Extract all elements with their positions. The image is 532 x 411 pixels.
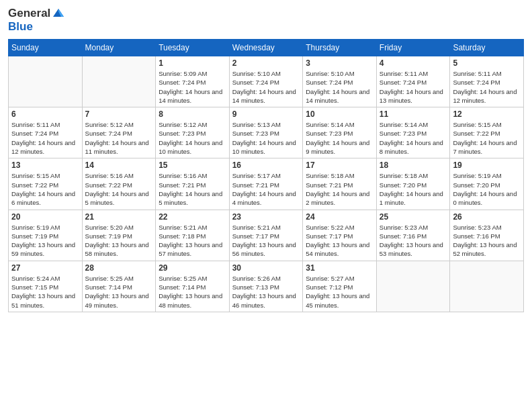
day-info: Sunrise: 5:21 AM Sunset: 7:18 PM Dayligh… <box>159 223 226 259</box>
day-cell: 15Sunrise: 5:16 AM Sunset: 7:21 PM Dayli… <box>156 158 230 210</box>
logo-icon <box>52 6 65 19</box>
day-cell: 22Sunrise: 5:21 AM Sunset: 7:18 PM Dayli… <box>156 210 230 261</box>
day-info: Sunrise: 5:22 AM Sunset: 7:17 PM Dayligh… <box>306 223 373 259</box>
day-info: Sunrise: 5:16 AM Sunset: 7:21 PM Dayligh… <box>159 171 226 207</box>
day-info: Sunrise: 5:12 AM Sunset: 7:24 PM Dayligh… <box>85 120 153 156</box>
week-row-3: 13Sunrise: 5:15 AM Sunset: 7:22 PM Dayli… <box>9 158 524 210</box>
day-number: 14 <box>85 161 153 170</box>
day-info: Sunrise: 5:18 AM Sunset: 7:21 PM Dayligh… <box>306 171 373 207</box>
day-cell: 10Sunrise: 5:14 AM Sunset: 7:23 PM Dayli… <box>303 107 377 158</box>
day-number: 6 <box>11 109 79 119</box>
day-info: Sunrise: 5:11 AM Sunset: 7:24 PM Dayligh… <box>11 120 79 156</box>
day-number: 12 <box>453 109 521 119</box>
day-number: 15 <box>159 161 226 170</box>
weekday-header-friday: Friday <box>376 40 450 56</box>
weekday-header-wednesday: Wednesday <box>229 40 303 56</box>
day-cell: 4Sunrise: 5:11 AM Sunset: 7:24 PM Daylig… <box>376 56 450 107</box>
day-info: Sunrise: 5:17 AM Sunset: 7:21 PM Dayligh… <box>232 171 300 207</box>
day-info: Sunrise: 5:23 AM Sunset: 7:16 PM Dayligh… <box>380 223 447 259</box>
day-info: Sunrise: 5:09 AM Sunset: 7:24 PM Dayligh… <box>159 69 226 105</box>
day-info: Sunrise: 5:15 AM Sunset: 7:22 PM Dayligh… <box>11 171 79 207</box>
day-number: 26 <box>453 212 521 222</box>
day-cell <box>376 261 450 312</box>
weekday-header-thursday: Thursday <box>303 40 377 56</box>
day-cell: 25Sunrise: 5:23 AM Sunset: 7:16 PM Dayli… <box>376 210 450 261</box>
day-cell: 17Sunrise: 5:18 AM Sunset: 7:21 PM Dayli… <box>303 158 377 210</box>
day-cell: 16Sunrise: 5:17 AM Sunset: 7:21 PM Dayli… <box>229 158 303 210</box>
day-number: 29 <box>159 263 226 273</box>
day-number: 5 <box>453 58 521 68</box>
day-number: 31 <box>306 263 373 273</box>
logo-blue-text: Blue <box>8 20 33 33</box>
day-number: 20 <box>11 212 79 222</box>
day-number: 4 <box>380 58 447 68</box>
day-cell <box>82 56 156 107</box>
day-cell: 21Sunrise: 5:20 AM Sunset: 7:19 PM Dayli… <box>82 210 156 261</box>
day-cell: 12Sunrise: 5:15 AM Sunset: 7:22 PM Dayli… <box>450 107 524 158</box>
day-info: Sunrise: 5:21 AM Sunset: 7:17 PM Dayligh… <box>232 223 300 259</box>
day-info: Sunrise: 5:16 AM Sunset: 7:22 PM Dayligh… <box>85 171 153 207</box>
day-cell: 13Sunrise: 5:15 AM Sunset: 7:22 PM Dayli… <box>9 158 83 210</box>
weekday-header-tuesday: Tuesday <box>156 40 230 56</box>
day-info: Sunrise: 5:25 AM Sunset: 7:14 PM Dayligh… <box>85 274 153 310</box>
day-cell: 18Sunrise: 5:18 AM Sunset: 7:20 PM Dayli… <box>376 158 450 210</box>
day-number: 1 <box>159 58 226 68</box>
day-cell <box>9 56 83 107</box>
week-row-5: 27Sunrise: 5:24 AM Sunset: 7:15 PM Dayli… <box>9 261 524 312</box>
header: General Blue <box>8 7 524 34</box>
day-info: Sunrise: 5:19 AM Sunset: 7:20 PM Dayligh… <box>453 171 521 207</box>
day-info: Sunrise: 5:27 AM Sunset: 7:12 PM Dayligh… <box>306 274 373 310</box>
day-cell: 31Sunrise: 5:27 AM Sunset: 7:12 PM Dayli… <box>303 261 377 312</box>
day-cell: 20Sunrise: 5:19 AM Sunset: 7:19 PM Dayli… <box>9 210 83 261</box>
logo-general-text: General <box>8 7 50 20</box>
calendar-container: General Blue SundayMondayTuesdayWednesda… <box>0 0 532 411</box>
day-cell: 6Sunrise: 5:11 AM Sunset: 7:24 PM Daylig… <box>9 107 83 158</box>
day-cell: 29Sunrise: 5:25 AM Sunset: 7:14 PM Dayli… <box>156 261 230 312</box>
day-info: Sunrise: 5:14 AM Sunset: 7:23 PM Dayligh… <box>306 120 373 156</box>
day-number: 8 <box>159 109 226 119</box>
day-number: 2 <box>232 58 300 68</box>
week-row-1: 1Sunrise: 5:09 AM Sunset: 7:24 PM Daylig… <box>9 56 524 107</box>
weekday-header-saturday: Saturday <box>450 40 524 56</box>
day-info: Sunrise: 5:14 AM Sunset: 7:23 PM Dayligh… <box>380 120 447 156</box>
day-cell: 26Sunrise: 5:23 AM Sunset: 7:16 PM Dayli… <box>450 210 524 261</box>
day-info: Sunrise: 5:19 AM Sunset: 7:19 PM Dayligh… <box>11 223 79 259</box>
day-cell: 2Sunrise: 5:10 AM Sunset: 7:24 PM Daylig… <box>229 56 303 107</box>
day-cell: 23Sunrise: 5:21 AM Sunset: 7:17 PM Dayli… <box>229 210 303 261</box>
day-number: 25 <box>380 212 447 222</box>
day-info: Sunrise: 5:26 AM Sunset: 7:13 PM Dayligh… <box>232 274 300 310</box>
day-cell: 30Sunrise: 5:26 AM Sunset: 7:13 PM Dayli… <box>229 261 303 312</box>
week-row-4: 20Sunrise: 5:19 AM Sunset: 7:19 PM Dayli… <box>9 210 524 261</box>
day-info: Sunrise: 5:11 AM Sunset: 7:24 PM Dayligh… <box>453 69 521 105</box>
day-info: Sunrise: 5:11 AM Sunset: 7:24 PM Dayligh… <box>380 69 447 105</box>
day-cell: 24Sunrise: 5:22 AM Sunset: 7:17 PM Dayli… <box>303 210 377 261</box>
weekday-header-sunday: Sunday <box>9 40 83 56</box>
day-cell: 7Sunrise: 5:12 AM Sunset: 7:24 PM Daylig… <box>82 107 156 158</box>
day-number: 27 <box>11 263 79 273</box>
day-number: 9 <box>232 109 300 119</box>
weekday-header-monday: Monday <box>82 40 156 56</box>
day-cell <box>450 261 524 312</box>
day-cell: 19Sunrise: 5:19 AM Sunset: 7:20 PM Dayli… <box>450 158 524 210</box>
day-number: 7 <box>85 109 153 119</box>
week-row-2: 6Sunrise: 5:11 AM Sunset: 7:24 PM Daylig… <box>9 107 524 158</box>
calendar-table: SundayMondayTuesdayWednesdayThursdayFrid… <box>8 39 524 312</box>
day-number: 17 <box>306 161 373 170</box>
day-info: Sunrise: 5:24 AM Sunset: 7:15 PM Dayligh… <box>11 274 79 310</box>
day-number: 24 <box>306 212 373 222</box>
day-number: 22 <box>159 212 226 222</box>
day-info: Sunrise: 5:13 AM Sunset: 7:23 PM Dayligh… <box>232 120 300 156</box>
day-cell: 14Sunrise: 5:16 AM Sunset: 7:22 PM Dayli… <box>82 158 156 210</box>
day-cell: 3Sunrise: 5:10 AM Sunset: 7:24 PM Daylig… <box>303 56 377 107</box>
day-number: 21 <box>85 212 153 222</box>
day-cell: 9Sunrise: 5:13 AM Sunset: 7:23 PM Daylig… <box>229 107 303 158</box>
day-cell: 27Sunrise: 5:24 AM Sunset: 7:15 PM Dayli… <box>9 261 83 312</box>
day-number: 23 <box>232 212 300 222</box>
day-cell: 11Sunrise: 5:14 AM Sunset: 7:23 PM Dayli… <box>376 107 450 158</box>
day-number: 19 <box>453 161 521 170</box>
day-number: 11 <box>380 109 447 119</box>
day-info: Sunrise: 5:20 AM Sunset: 7:19 PM Dayligh… <box>85 223 153 259</box>
weekday-header-row: SundayMondayTuesdayWednesdayThursdayFrid… <box>9 40 524 56</box>
day-cell: 28Sunrise: 5:25 AM Sunset: 7:14 PM Dayli… <box>82 261 156 312</box>
day-number: 16 <box>232 161 300 170</box>
